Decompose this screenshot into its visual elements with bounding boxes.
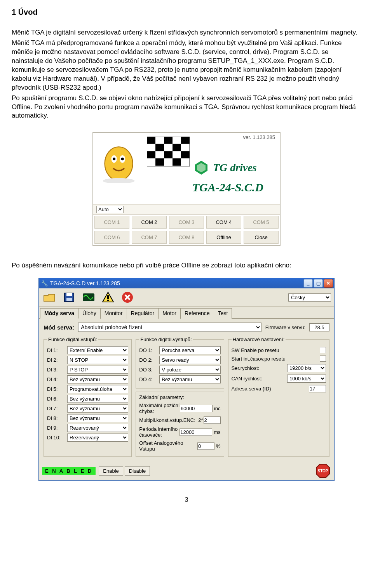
di-label-9: DI 9: — [47, 425, 65, 431]
di-select-8[interactable]: Bez významu — [67, 414, 128, 422]
paragraph-3: Po spuštění programu S.C.D. se objeví ok… — [12, 94, 361, 121]
svg-rect-21 — [66, 298, 72, 301]
di-label-5: DI 5: — [47, 386, 65, 392]
di-select-3[interactable]: P STOP — [67, 366, 128, 374]
svg-point-4 — [121, 158, 124, 160]
can-rate-select[interactable]: 1000 kb/s — [287, 375, 326, 383]
cancel-icon[interactable] — [120, 291, 135, 304]
stop-icon[interactable]: STOP — [315, 463, 331, 479]
di-label-10: DI 10: — [47, 435, 65, 441]
svg-rect-7 — [147, 137, 155, 144]
paragraph-4: Po úspěšném navázání komunikace nebo při… — [12, 261, 361, 270]
enabled-indicator: E N A B L E D — [42, 467, 96, 475]
do-label-3: DO 3: — [139, 367, 157, 373]
svg-point-0 — [105, 147, 133, 180]
ser-rate-label: Ser.rychlost: — [232, 365, 260, 371]
hw-legend: Hardwarové nastavení: — [232, 336, 286, 342]
svg-rect-14 — [181, 151, 190, 159]
svg-rect-13 — [164, 151, 173, 159]
open-icon[interactable] — [42, 291, 58, 304]
svg-point-5 — [103, 178, 135, 183]
do-label-4: DO 4: — [139, 376, 157, 382]
com-button-close[interactable]: Close — [244, 231, 279, 244]
tab-4[interactable]: Motor — [158, 308, 181, 319]
maximize-button[interactable]: ▢ — [314, 279, 323, 288]
mult-input[interactable] — [204, 416, 221, 424]
offset-input[interactable] — [197, 442, 214, 450]
com-button-com3[interactable]: COM 3 — [169, 216, 204, 229]
com-button-com6[interactable]: COM 6 — [94, 231, 129, 244]
close-button[interactable]: ✕ — [324, 279, 333, 288]
start-int-label: Start int.časov.po resetu — [232, 356, 286, 362]
splash-window: ver. 1.123.285 — [92, 132, 281, 246]
hw-fieldset: Hardwarové nastavení: SW Enable po reset… — [228, 336, 329, 457]
com-button-com8[interactable]: COM 8 — [169, 231, 204, 244]
language-select[interactable]: Česky — [288, 293, 331, 302]
com-button-com1[interactable]: COM 1 — [94, 216, 129, 229]
svg-rect-25 — [107, 300, 109, 301]
tab-1[interactable]: Úlohy — [78, 308, 101, 319]
tab-3[interactable]: Regulátor — [127, 308, 159, 319]
tg-logo-icon — [193, 160, 209, 175]
di-select-5[interactable]: Programovat.úloha — [67, 385, 128, 393]
can-rate-label: CAN rychlost: — [232, 376, 262, 382]
period-unit: ms — [214, 429, 220, 435]
save-icon[interactable] — [61, 291, 77, 304]
com-button-offline[interactable]: Offline — [206, 231, 241, 244]
brand-text: TG drives — [213, 161, 257, 174]
start-int-checkbox[interactable] — [320, 356, 326, 362]
tab-5[interactable]: Reference — [180, 308, 214, 319]
svg-rect-20 — [66, 293, 72, 296]
scope-icon[interactable] — [81, 291, 96, 304]
di-select-10[interactable]: Rezervovaný — [67, 434, 128, 442]
di-select-6[interactable]: Bez významu — [67, 395, 128, 403]
addr-input[interactable] — [309, 385, 326, 392]
mode-select[interactable]: Absolutní polohové řízení — [78, 323, 261, 332]
sw-enable-label: SW Enable po resetu — [232, 347, 279, 353]
do-select-1[interactable]: Porucha serva — [159, 346, 220, 354]
page-number: 3 — [12, 496, 361, 503]
firmware-label: Firmware v servu: — [265, 324, 305, 330]
di-select-7[interactable]: Bez významu — [67, 404, 128, 413]
svg-point-2 — [113, 158, 115, 160]
di-label-8: DI 8: — [47, 415, 65, 421]
paragraph-2: Měnič TGA má předprogramované funkce a o… — [12, 39, 361, 92]
di-label-3: DI 3: — [47, 367, 65, 373]
tab-6[interactable]: Test — [214, 308, 232, 319]
sw-enable-checkbox[interactable] — [320, 347, 326, 353]
svg-rect-9 — [181, 137, 190, 144]
di-select-2[interactable]: N STOP — [67, 356, 128, 364]
ser-rate-select[interactable]: 19200 b/s — [287, 364, 326, 372]
auto-select[interactable]: Auto — [96, 206, 124, 213]
tab-0[interactable]: Módy serva — [40, 308, 78, 319]
com-button-com7[interactable]: COM 7 — [132, 231, 167, 244]
minimize-button[interactable]: _ — [303, 279, 313, 288]
di-select-4[interactable]: Bez významu — [67, 375, 128, 383]
svg-rect-8 — [164, 137, 173, 144]
do-select-3[interactable]: V poloze — [159, 366, 220, 374]
bp-legend: Základní parametry: — [139, 394, 220, 400]
max-err-input[interactable] — [180, 405, 213, 412]
enable-button[interactable]: Enable — [99, 466, 123, 476]
disable-button[interactable]: Disable — [125, 466, 150, 476]
period-input[interactable] — [180, 428, 212, 436]
do-select-2[interactable]: Servo ready — [159, 356, 220, 364]
com-button-com2[interactable]: COM 2 — [132, 216, 167, 229]
do-select-4[interactable]: Bez významu — [159, 375, 220, 383]
do-label-2: DO 2: — [139, 357, 157, 363]
do-fieldset: Funkce digitál.výstupů: DO 1:Porucha ser… — [136, 336, 224, 389]
com-button-com4[interactable]: COM 4 — [206, 216, 241, 229]
di-label-7: DI 7: — [47, 406, 65, 411]
svg-text:STOP: STOP — [317, 469, 328, 473]
splash-version: ver. 1.123.285 — [243, 134, 275, 140]
di-select-9[interactable]: Rezervovaný — [67, 424, 128, 432]
com-button-com5[interactable]: COM 5 — [244, 216, 279, 229]
di-select-1[interactable]: Externí Enable — [67, 346, 128, 354]
wrench-icon: 🔧 — [41, 280, 48, 286]
tab-2[interactable]: Monitor — [100, 308, 127, 319]
svg-rect-11 — [173, 144, 181, 151]
di-label-2: DI 2: — [47, 357, 65, 363]
di-label-4: DI 4: — [47, 376, 65, 382]
warning-icon[interactable] — [100, 291, 116, 304]
mult-prefix: 2^ — [198, 417, 203, 423]
